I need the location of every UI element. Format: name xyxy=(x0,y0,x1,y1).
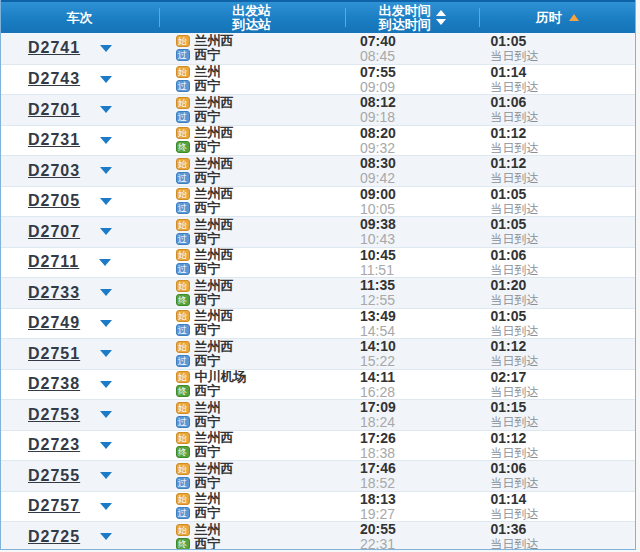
table-row[interactable]: D2743 始 兰州 过 西宁 07:55 09:09 01:14 当日到达 xyxy=(1,64,635,95)
arrival-time: 18:38 xyxy=(360,446,480,460)
expand-caret-icon[interactable] xyxy=(100,503,112,510)
sort-descending-icon[interactable] xyxy=(436,19,446,25)
duration-value: 02:17 xyxy=(491,370,635,385)
table-row[interactable]: D2741 始 兰州西 过 西宁 07:40 08:45 01:05 当日到达 xyxy=(1,33,635,64)
table-row[interactable]: D2757 始 兰州 过 西宁 18:13 19:27 01:14 当日到达 xyxy=(1,491,635,522)
expand-caret-icon[interactable] xyxy=(100,320,112,327)
train-number-link[interactable]: D2707 xyxy=(28,223,80,241)
train-number-link[interactable]: D2755 xyxy=(28,467,80,485)
duration-cell: 01:06 当日到达 xyxy=(480,248,635,277)
times-cell: 17:26 18:38 xyxy=(345,431,480,460)
expand-caret-icon[interactable] xyxy=(100,472,112,479)
train-number-link[interactable]: D2753 xyxy=(28,406,80,424)
expand-caret-icon[interactable] xyxy=(100,411,112,418)
train-number-link[interactable]: D2705 xyxy=(28,192,80,210)
departure-station-type-icon: 始 xyxy=(176,341,190,353)
train-number-link[interactable]: D2733 xyxy=(28,284,80,302)
expand-caret-icon[interactable] xyxy=(100,533,112,540)
expand-caret-icon[interactable] xyxy=(99,259,111,266)
table-row[interactable]: D2705 始 兰州西 过 西宁 09:00 10:05 01:05 当日到达 xyxy=(1,186,635,217)
train-number-link[interactable]: D2741 xyxy=(28,39,80,57)
arrival-time: 09:32 xyxy=(360,141,480,155)
train-number-link[interactable]: D2711 xyxy=(28,253,79,271)
table-row[interactable]: D2711 始 兰州西 过 西宁 10:45 11:51 01:06 当日到达 xyxy=(1,247,635,278)
arrival-station-name: 西宁 xyxy=(195,201,221,215)
departure-station-type-icon: 始 xyxy=(176,402,190,414)
table-row[interactable]: D2725 始 兰州 终 西宁 20:55 22:31 01:36 当日到达 xyxy=(1,521,635,550)
duration-cell: 01:06 当日到达 xyxy=(480,95,635,124)
train-number-link[interactable]: D2725 xyxy=(28,528,80,546)
arrival-day-note: 当日到达 xyxy=(491,385,635,399)
duration-cell: 02:17 当日到达 xyxy=(480,370,635,399)
departure-station-type-icon: 始 xyxy=(176,463,190,475)
departure-time: 17:09 xyxy=(360,400,480,415)
arrival-station-name: 西宁 xyxy=(195,232,221,246)
sort-ascending-icon[interactable] xyxy=(436,10,446,16)
departure-station-type-icon: 始 xyxy=(176,371,190,383)
departure-time: 07:40 xyxy=(360,34,480,49)
train-number-link[interactable]: D2751 xyxy=(28,345,80,363)
expand-caret-icon[interactable] xyxy=(100,198,112,205)
train-number-link[interactable]: D2743 xyxy=(28,70,80,88)
train-number-link[interactable]: D2723 xyxy=(28,436,80,454)
arrival-time: 22:31 xyxy=(360,537,480,550)
table-row[interactable]: D2753 始 兰州 过 西宁 17:09 18:24 01:15 当日到达 xyxy=(1,399,635,430)
departure-station-name: 兰州西 xyxy=(195,340,234,354)
table-row[interactable]: D2733 始 兰州西 终 西宁 11:35 12:55 01:20 当日到达 xyxy=(1,277,635,308)
table-row[interactable]: D2703 始 兰州西 过 西宁 08:30 09:42 01:12 当日到达 xyxy=(1,155,635,186)
duration-sort-ascending-icon[interactable] xyxy=(569,14,579,21)
train-number-link[interactable]: D2757 xyxy=(28,497,80,515)
column-header-times-sort[interactable]: 出发时间 到达时间 xyxy=(345,2,480,33)
train-number-link[interactable]: D2701 xyxy=(28,101,80,119)
table-row[interactable]: D2723 始 兰州西 终 西宁 17:26 18:38 01:12 当日到达 xyxy=(1,430,635,461)
train-number-link[interactable]: D2749 xyxy=(28,314,80,332)
expand-caret-icon[interactable] xyxy=(100,45,112,52)
departure-time: 09:38 xyxy=(360,217,480,232)
expand-caret-icon[interactable] xyxy=(100,228,112,235)
departure-time: 10:45 xyxy=(360,248,480,263)
arrival-day-note: 当日到达 xyxy=(491,171,635,185)
table-row[interactable]: D2701 始 兰州西 过 西宁 08:12 09:18 01:06 当日到达 xyxy=(1,94,635,125)
expand-caret-icon[interactable] xyxy=(100,289,112,296)
table-row[interactable]: D2738 始 中川机场 终 西宁 14:11 16:28 02:17 当日到达 xyxy=(1,369,635,400)
times-cell: 08:12 09:18 xyxy=(345,95,480,124)
train-cell: D2731 xyxy=(1,131,159,149)
expand-caret-icon[interactable] xyxy=(100,381,112,388)
arrival-station-name: 西宁 xyxy=(195,171,221,185)
expand-caret-icon[interactable] xyxy=(100,167,112,174)
arrival-day-note: 当日到达 xyxy=(491,49,635,63)
table-row[interactable]: D2751 始 兰州西 过 西宁 14:10 15:22 01:12 当日到达 xyxy=(1,338,635,369)
arrival-time: 15:22 xyxy=(360,354,480,368)
train-cell: D2705 xyxy=(1,192,159,210)
times-cell: 11:35 12:55 xyxy=(345,278,480,307)
departure-station-name: 兰州 xyxy=(195,401,221,415)
stations-cell: 始 兰州西 过 西宁 xyxy=(159,248,345,276)
expand-caret-icon[interactable] xyxy=(100,137,112,144)
column-header-duration-sort[interactable]: 历时 xyxy=(479,2,635,33)
time-sort-arrows[interactable] xyxy=(436,10,446,25)
arrival-station-type-icon: 过 xyxy=(176,172,190,184)
duration-value: 01:06 xyxy=(491,248,635,263)
expand-caret-icon[interactable] xyxy=(100,106,112,113)
times-cell: 14:11 16:28 xyxy=(345,370,480,399)
expand-caret-icon[interactable] xyxy=(100,76,112,83)
expand-caret-icon[interactable] xyxy=(100,442,112,449)
train-number-link[interactable]: D2731 xyxy=(28,131,80,149)
table-row[interactable]: D2731 始 兰州西 终 西宁 08:20 09:32 01:12 当日到达 xyxy=(1,125,635,156)
arrival-station-type-icon: 过 xyxy=(176,355,190,367)
arrival-time: 19:27 xyxy=(360,507,480,521)
arrival-station-name: 西宁 xyxy=(195,506,221,520)
train-number-link[interactable]: D2738 xyxy=(28,375,80,393)
arrival-time: 18:52 xyxy=(360,476,480,490)
arrival-station-name: 西宁 xyxy=(195,476,221,490)
table-row[interactable]: D2749 始 兰州西 过 西宁 13:49 14:54 01:05 当日到达 xyxy=(1,308,635,339)
expand-caret-icon[interactable] xyxy=(100,350,112,357)
train-cell: D2757 xyxy=(1,497,159,515)
table-row[interactable]: D2707 始 兰州西 过 西宁 09:38 10:43 01:05 当日到达 xyxy=(1,216,635,247)
table-row[interactable]: D2755 始 兰州西 过 西宁 17:46 18:52 01:06 当日到达 xyxy=(1,460,635,491)
train-cell: D2707 xyxy=(1,223,159,241)
train-number-link[interactable]: D2703 xyxy=(28,162,80,180)
duration-cell: 01:05 当日到达 xyxy=(480,217,635,246)
times-cell: 18:13 19:27 xyxy=(345,492,480,521)
train-cell: D2733 xyxy=(1,284,159,302)
